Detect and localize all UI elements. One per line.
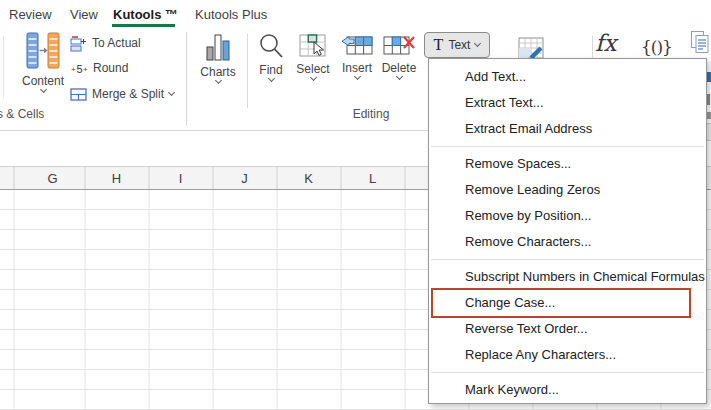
chevron-down-icon — [474, 40, 481, 47]
svg-text:+: + — [71, 65, 76, 74]
to-actual-icon — [70, 35, 87, 52]
editing-group-label: Editing — [336, 107, 406, 121]
text-label: Text — [448, 38, 470, 52]
column-header-j[interactable]: J — [213, 171, 277, 186]
text-t-icon: T — [434, 37, 444, 53]
select-cells-icon — [299, 33, 327, 60]
select-button[interactable]: Select — [290, 33, 336, 80]
excel-window: Review View Kutools ™ Kutools Plus — [0, 0, 711, 410]
menu-separator — [431, 372, 704, 373]
svg-text:5: 5 — [77, 63, 83, 75]
text-menu-button[interactable]: T Text — [424, 32, 490, 58]
menu-item-replace-any-characters[interactable]: Replace Any Characters... — [429, 342, 706, 368]
group-separator — [247, 34, 248, 108]
chevron-down-icon — [395, 73, 402, 80]
menu-separator — [431, 259, 704, 260]
insert-cells-icon — [340, 33, 374, 59]
clipped-ribbon-fragment — [707, 94, 710, 105]
content-button[interactable]: Content — [16, 31, 70, 92]
svg-text:+: + — [83, 65, 88, 74]
tab-view[interactable]: View — [70, 7, 98, 22]
merge-split-icon — [70, 87, 87, 102]
braces-formula-button[interactable]: {()} — [641, 37, 672, 57]
merge-split-button[interactable]: Merge & Split — [70, 84, 174, 104]
column-header-i[interactable]: I — [149, 171, 213, 186]
menu-separator — [431, 146, 704, 147]
menu-item-remove-characters[interactable]: Remove Characters... — [429, 229, 706, 255]
round-button[interactable]: + 5 + Round — [70, 58, 128, 78]
to-actual-label: To Actual — [92, 36, 141, 50]
column-header-g[interactable]: G — [21, 171, 85, 186]
delete-button[interactable]: Delete — [376, 33, 422, 79]
round-label: Round — [93, 61, 128, 75]
clipped-ribbon-fragment — [707, 72, 711, 82]
chevron-down-icon — [214, 77, 221, 84]
menu-item-change-case[interactable]: Change Case... — [429, 290, 706, 316]
search-icon — [257, 33, 285, 61]
chevron-down-icon — [168, 89, 175, 96]
column-header-h[interactable]: H — [85, 171, 149, 186]
copy-icon[interactable] — [690, 30, 710, 56]
menu-item-subscript-numbers[interactable]: Subscript Numbers in Chemical Formulas — [429, 264, 706, 290]
group-separator — [186, 32, 187, 126]
tab-review[interactable]: Review — [9, 7, 52, 22]
chevron-down-icon — [39, 86, 46, 93]
insert-button[interactable]: Insert — [336, 33, 378, 79]
delete-cells-icon — [382, 33, 416, 59]
menu-item-mark-keyword[interactable]: Mark Keyword... — [429, 377, 706, 403]
active-tab-underline — [112, 24, 175, 27]
tab-kutools[interactable]: Kutools ™ — [113, 7, 178, 22]
merge-split-label: Merge & Split — [92, 87, 164, 101]
content-icon — [24, 31, 62, 72]
menu-item-extract-text[interactable]: Extract Text... — [429, 90, 706, 116]
chevron-down-icon — [267, 75, 274, 82]
find-button[interactable]: Find — [250, 33, 292, 81]
bar-chart-icon — [203, 31, 233, 63]
column-header-k[interactable]: K — [277, 171, 341, 186]
menu-item-add-text[interactable]: Add Text... — [429, 64, 706, 90]
menu-item-remove-by-position[interactable]: Remove by Position... — [429, 203, 706, 229]
ranges-cells-group-label: s & Cells — [0, 107, 44, 121]
formula-fx-button[interactable]: fx — [595, 30, 616, 56]
menu-item-remove-spaces[interactable]: Remove Spaces... — [429, 151, 706, 177]
tab-kutools-plus[interactable]: Kutools Plus — [195, 7, 267, 22]
group-separator — [3, 36, 4, 98]
menu-item-extract-email-address[interactable]: Extract Email Address — [429, 116, 706, 142]
to-actual-button[interactable]: To Actual — [70, 33, 141, 53]
menu-item-label: Change Case... — [465, 295, 555, 310]
menu-item-remove-leading-zeros[interactable]: Remove Leading Zeros — [429, 177, 706, 203]
column-header-l[interactable]: L — [341, 171, 405, 186]
text-dropdown-menu: Add Text... Extract Text... Extract Emai… — [428, 58, 707, 404]
chevron-down-icon — [309, 74, 316, 81]
menu-item-reverse-text-order[interactable]: Reverse Text Order... — [429, 316, 706, 342]
chevron-down-icon — [353, 73, 360, 80]
ribbon-tab-bar: Review View Kutools ™ Kutools Plus — [0, 0, 711, 28]
clipped-ribbon-fragment — [707, 112, 711, 119]
charts-button[interactable]: Charts — [194, 31, 242, 83]
round-icon: + 5 + — [70, 60, 88, 76]
